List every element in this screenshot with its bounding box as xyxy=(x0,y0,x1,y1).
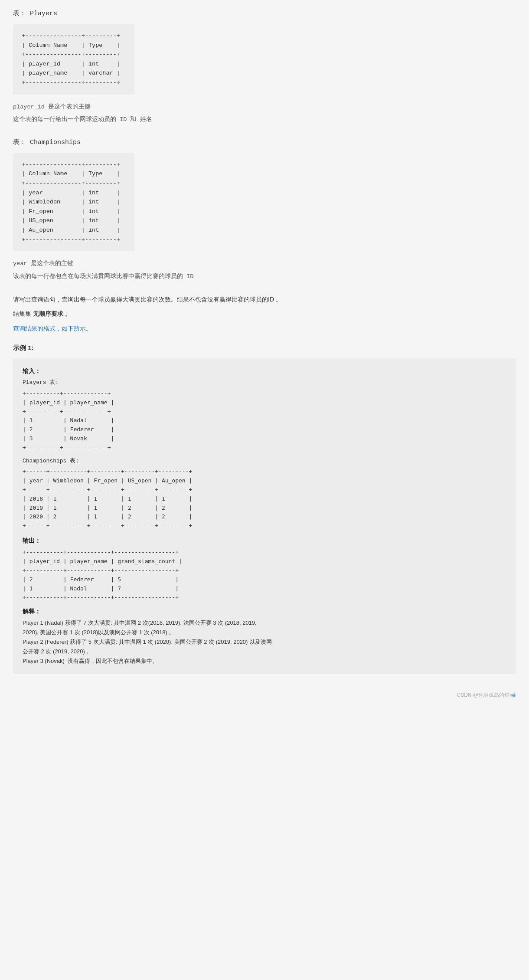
championships-input-label: Championships 表: xyxy=(23,457,506,466)
championships-note1: year 是这个表的主键 xyxy=(13,259,516,269)
description-section: 请写出查询语句，查询出每一个球员赢得大满贯比赛的次数。结果不包含没有赢得比赛的球… xyxy=(13,294,516,334)
players-note1: player_id 是这个表的主键 xyxy=(13,102,516,112)
players-table-title: 表： Players xyxy=(13,9,516,19)
championships-input-table: +------+-----------+---------+---------+… xyxy=(23,467,506,531)
footer-text: CSDN @化身孤岛的鲸🐋 xyxy=(457,692,516,698)
description-line3: 查询结果的格式，如下所示。 xyxy=(13,323,516,334)
players-input-label: Players 表: xyxy=(23,378,506,387)
example-section: 示例 1: 输入： Players 表: +----------+-------… xyxy=(13,343,516,674)
championships-note2: 该表的每一行都包含在每场大满贯网球比赛中赢得比赛的球员的 ID xyxy=(13,272,516,282)
championships-section: 表： Championships +----------------+-----… xyxy=(13,138,516,282)
championships-table-title: 表： Championships xyxy=(13,138,516,148)
no-order-bold: 无顺序要求 。 xyxy=(33,310,71,317)
players-note2: 这个表的每一行给出一个网球运动员的 ID 和 姓名 xyxy=(13,115,516,125)
output-label: 输出： xyxy=(23,536,506,545)
explanation-label: 解释： xyxy=(23,606,506,616)
output-table: +-----------+-------------+-------------… xyxy=(23,548,506,602)
footer: CSDN @化身孤岛的鲸🐋 xyxy=(13,691,516,699)
description-line2: 结集集 无顺序要求 。 xyxy=(13,308,516,319)
championships-schema-text: +----------------+---------+ | Column Na… xyxy=(22,160,126,244)
championships-schema-box: +----------------+---------+ | Column Na… xyxy=(13,153,134,251)
players-section: 表： Players +----------------+---------+ … xyxy=(13,9,516,125)
players-input-table: +----------+-------------+ | player_id |… xyxy=(23,389,506,452)
input-label: 输入： xyxy=(23,366,506,376)
explanation-text: Player 1 (Nadal) 获得了 7 次大满贯: 其中温网 2 次(20… xyxy=(23,618,506,666)
players-schema-text: +----------------+---------+ | Column Na… xyxy=(22,31,126,88)
players-schema-box: +----------------+---------+ | Column Na… xyxy=(13,24,134,95)
description-line1: 请写出查询语句，查询出每一个球员赢得大满贯比赛的次数。结果不包含没有赢得比赛的球… xyxy=(13,294,516,305)
example-title: 示例 1: xyxy=(13,343,516,353)
example-box: 输入： Players 表: +----------+-------------… xyxy=(13,358,516,674)
format-hint: 查询结果的格式，如下所示。 xyxy=(13,325,92,332)
